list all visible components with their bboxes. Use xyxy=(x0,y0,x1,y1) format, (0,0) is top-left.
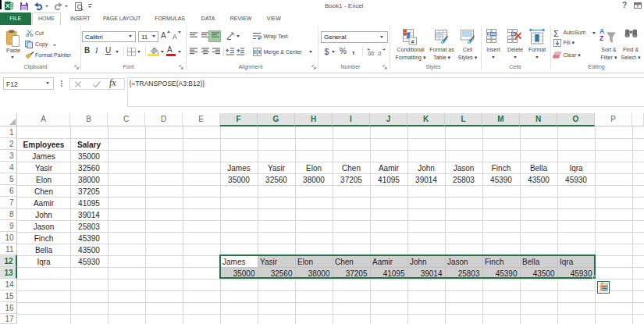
svg-text:.0: .0 xyxy=(377,51,382,56)
svg-text:.00: .00 xyxy=(367,51,374,56)
svg-text:X: X xyxy=(5,2,9,9)
svg-text:≠: ≠ xyxy=(411,38,415,45)
